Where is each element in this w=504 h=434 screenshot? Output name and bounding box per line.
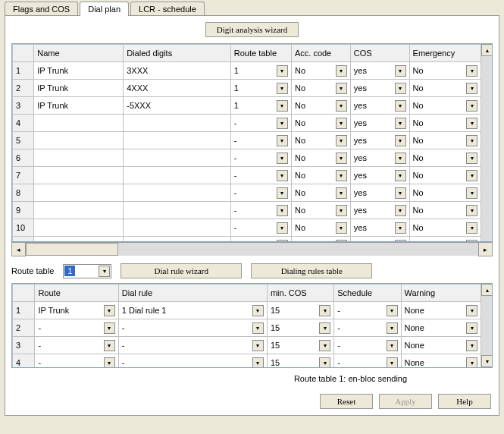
- cell-name[interactable]: [34, 184, 124, 202]
- cell-dialed[interactable]: [124, 219, 231, 237]
- cell-acc-value[interactable]: No: [295, 188, 305, 197]
- cell-acc-value[interactable]: No: [295, 83, 305, 93]
- cell-sched-value[interactable]: -: [337, 323, 340, 332]
- cell-acc-value[interactable]: No: [295, 118, 305, 127]
- dialplan-grid[interactable]: Name Dialed digits Route table Acc. code…: [12, 44, 481, 242]
- dropdown-icon[interactable]: ▾: [387, 322, 398, 334]
- cell-cos-value[interactable]: yes: [354, 118, 367, 127]
- dropdown-icon[interactable]: ▾: [104, 357, 115, 369]
- dropdown-icon[interactable]: ▾: [466, 118, 477, 129]
- dropdown-icon[interactable]: ▾: [104, 322, 115, 334]
- dropdown-icon[interactable]: ▾: [336, 240, 347, 243]
- dropdown-icon[interactable]: ▾: [319, 340, 330, 351]
- table-row[interactable]: 3IP Trunk-5XXX1▾No▾yes▾No▾: [13, 97, 481, 115]
- dial-rule-wizard-button[interactable]: Dial rule wizard: [121, 263, 242, 278]
- cell-dialed[interactable]: [124, 202, 231, 219]
- scroll-down-icon[interactable]: ▾: [481, 355, 493, 367]
- dropdown-icon[interactable]: ▾: [277, 135, 288, 146]
- cell-cos-value[interactable]: yes: [354, 171, 367, 180]
- cell-route-value[interactable]: 1: [234, 83, 239, 93]
- dropdown-icon[interactable]: ▾: [277, 240, 288, 243]
- dropdown-icon[interactable]: ▾: [387, 340, 398, 351]
- table-row[interactable]: 4-▾-▾15▾-▾None▾: [13, 354, 481, 369]
- hscroll[interactable]: ◂ ▸: [11, 242, 493, 256]
- dropdown-icon[interactable]: ▾: [252, 322, 264, 334]
- dropdown-icon[interactable]: ▾: [104, 305, 115, 316]
- dropdown-icon[interactable]: ▾: [466, 322, 477, 334]
- cell-cos-value[interactable]: yes: [354, 206, 367, 215]
- cell-emer-value[interactable]: No: [413, 83, 424, 93]
- vscroll[interactable]: ▴ ▾: [481, 44, 492, 242]
- cell-route-value[interactable]: -: [234, 206, 237, 215]
- cell-name[interactable]: [34, 237, 124, 243]
- cell-emer-value[interactable]: No: [413, 136, 424, 145]
- cell-cos-value[interactable]: yes: [354, 241, 367, 242]
- cell-acc-value[interactable]: No: [295, 206, 305, 215]
- cell-cos-value[interactable]: yes: [354, 136, 367, 145]
- cell-cos-value[interactable]: yes: [354, 101, 367, 110]
- dropdown-icon[interactable]: ▾: [319, 305, 330, 316]
- cell-warn-value[interactable]: None: [405, 306, 424, 315]
- cell-dialed[interactable]: 4XXX: [124, 80, 231, 97]
- dropdown-icon[interactable]: ▾: [336, 205, 347, 216]
- table-row[interactable]: 9-▾No▾yes▾No▾: [13, 202, 481, 219]
- dialing-rules-table-button[interactable]: Dialing rules table: [251, 263, 372, 278]
- cell-warn-value[interactable]: None: [405, 323, 424, 332]
- cell-cos-value[interactable]: yes: [354, 223, 367, 232]
- cell-name[interactable]: [34, 132, 124, 149]
- cell-emer-value[interactable]: No: [413, 118, 424, 127]
- cell-emer-value[interactable]: No: [413, 66, 424, 75]
- cell-name[interactable]: [34, 149, 124, 167]
- cell-mincos-value[interactable]: 15: [271, 341, 280, 350]
- cell-name[interactable]: [34, 167, 124, 184]
- col-cos[interactable]: COS: [350, 45, 409, 62]
- cell-cos-value[interactable]: yes: [354, 83, 367, 93]
- dropdown-icon[interactable]: ▾: [336, 65, 347, 77]
- dropdown-icon[interactable]: ▾: [395, 240, 406, 243]
- tab-lcr[interactable]: LCR - schedule: [130, 2, 205, 16]
- dropdown-icon[interactable]: ▾: [466, 187, 477, 199]
- dropdown-icon[interactable]: ▾: [466, 65, 477, 77]
- col-emer[interactable]: Emergency: [409, 45, 481, 62]
- dropdown-icon[interactable]: ▾: [99, 266, 110, 277]
- cell-route2-value[interactable]: -: [38, 323, 41, 332]
- col-route[interactable]: Route table: [230, 45, 291, 62]
- cell-dialrule-value[interactable]: -: [122, 341, 125, 350]
- scroll-left-icon[interactable]: ◂: [11, 242, 26, 256]
- dropdown-icon[interactable]: ▾: [252, 305, 264, 316]
- cell-cos-value[interactable]: yes: [354, 153, 367, 162]
- cell-name[interactable]: IP Trunk: [34, 97, 124, 115]
- dropdown-icon[interactable]: ▾: [466, 240, 477, 243]
- dropdown-icon[interactable]: ▾: [466, 222, 477, 234]
- cell-emer-value[interactable]: No: [413, 171, 424, 180]
- cell-name[interactable]: [34, 115, 124, 132]
- cell-mincos-value[interactable]: 15: [271, 323, 280, 332]
- dropdown-icon[interactable]: ▾: [336, 170, 347, 181]
- dropdown-icon[interactable]: ▾: [336, 153, 347, 164]
- dropdown-icon[interactable]: ▾: [277, 205, 288, 216]
- table-row[interactable]: 6-▾No▾yes▾No▾: [13, 149, 481, 167]
- cell-dialed[interactable]: [124, 149, 231, 167]
- dropdown-icon[interactable]: ▾: [252, 357, 264, 369]
- dropdown-icon[interactable]: ▾: [336, 118, 347, 129]
- cell-cos-value[interactable]: yes: [354, 66, 367, 75]
- digit-analysis-wizard-button[interactable]: Digit analysis wizard: [205, 22, 299, 37]
- dropdown-icon[interactable]: ▾: [387, 357, 398, 369]
- cell-acc-value[interactable]: No: [295, 136, 305, 145]
- cell-emer-value[interactable]: No: [413, 153, 424, 162]
- table-row[interactable]: 3-▾-▾15▾-▾None▾: [13, 337, 481, 354]
- col-route2[interactable]: Route: [35, 285, 118, 302]
- dropdown-icon[interactable]: ▾: [319, 322, 330, 334]
- table-row[interactable]: 11-▾No▾yes▾No▾: [13, 237, 481, 243]
- cell-dialrule-value[interactable]: -: [122, 358, 125, 367]
- dropdown-icon[interactable]: ▾: [277, 118, 288, 129]
- cell-name[interactable]: [34, 219, 124, 237]
- cell-route2-value[interactable]: -: [38, 358, 41, 367]
- cell-emer-value[interactable]: No: [413, 241, 424, 242]
- cell-route-value[interactable]: -: [234, 171, 237, 180]
- cell-route-value[interactable]: -: [234, 188, 237, 197]
- table-row[interactable]: 8-▾No▾yes▾No▾: [13, 184, 481, 202]
- vscroll2[interactable]: ▴ ▾: [481, 284, 492, 367]
- cell-emer-value[interactable]: No: [413, 188, 424, 197]
- cell-route-value[interactable]: -: [234, 241, 237, 242]
